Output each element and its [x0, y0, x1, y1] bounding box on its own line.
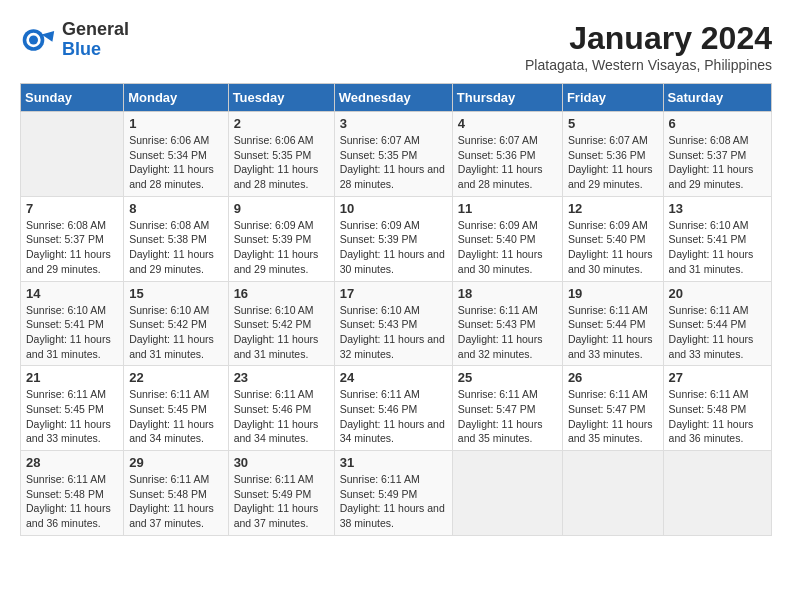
day-info: Sunrise: 6:11 AMSunset: 5:47 PMDaylight:… — [458, 387, 557, 446]
header-cell-tuesday: Tuesday — [228, 84, 334, 112]
day-info: Sunrise: 6:11 AMSunset: 5:44 PMDaylight:… — [568, 303, 658, 362]
day-number: 31 — [340, 455, 447, 470]
day-info: Sunrise: 6:11 AMSunset: 5:48 PMDaylight:… — [26, 472, 118, 531]
day-number: 12 — [568, 201, 658, 216]
day-info: Sunrise: 6:08 AMSunset: 5:38 PMDaylight:… — [129, 218, 222, 277]
day-cell: 18Sunrise: 6:11 AMSunset: 5:43 PMDayligh… — [452, 281, 562, 366]
day-cell: 11Sunrise: 6:09 AMSunset: 5:40 PMDayligh… — [452, 196, 562, 281]
week-row-5: 28Sunrise: 6:11 AMSunset: 5:48 PMDayligh… — [21, 451, 772, 536]
day-cell: 5Sunrise: 6:07 AMSunset: 5:36 PMDaylight… — [562, 112, 663, 197]
logo-blue: Blue — [62, 40, 129, 60]
calendar-table: SundayMondayTuesdayWednesdayThursdayFrid… — [20, 83, 772, 536]
day-info: Sunrise: 6:11 AMSunset: 5:47 PMDaylight:… — [568, 387, 658, 446]
day-info: Sunrise: 6:07 AMSunset: 5:36 PMDaylight:… — [458, 133, 557, 192]
day-cell — [663, 451, 771, 536]
day-cell: 20Sunrise: 6:11 AMSunset: 5:44 PMDayligh… — [663, 281, 771, 366]
day-cell: 2Sunrise: 6:06 AMSunset: 5:35 PMDaylight… — [228, 112, 334, 197]
title-block: January 2024 Platagata, Western Visayas,… — [525, 20, 772, 73]
day-cell: 22Sunrise: 6:11 AMSunset: 5:45 PMDayligh… — [124, 366, 228, 451]
day-number: 24 — [340, 370, 447, 385]
day-number: 6 — [669, 116, 766, 131]
day-info: Sunrise: 6:06 AMSunset: 5:34 PMDaylight:… — [129, 133, 222, 192]
day-number: 2 — [234, 116, 329, 131]
day-info: Sunrise: 6:11 AMSunset: 5:46 PMDaylight:… — [340, 387, 447, 446]
week-row-4: 21Sunrise: 6:11 AMSunset: 5:45 PMDayligh… — [21, 366, 772, 451]
day-info: Sunrise: 6:10 AMSunset: 5:42 PMDaylight:… — [129, 303, 222, 362]
day-number: 13 — [669, 201, 766, 216]
day-number: 20 — [669, 286, 766, 301]
day-number: 29 — [129, 455, 222, 470]
day-info: Sunrise: 6:10 AMSunset: 5:42 PMDaylight:… — [234, 303, 329, 362]
day-number: 25 — [458, 370, 557, 385]
calendar-body: 1Sunrise: 6:06 AMSunset: 5:34 PMDaylight… — [21, 112, 772, 536]
day-info: Sunrise: 6:07 AMSunset: 5:36 PMDaylight:… — [568, 133, 658, 192]
page-subtitle: Platagata, Western Visayas, Philippines — [525, 57, 772, 73]
header-row: SundayMondayTuesdayWednesdayThursdayFrid… — [21, 84, 772, 112]
day-info: Sunrise: 6:09 AMSunset: 5:40 PMDaylight:… — [458, 218, 557, 277]
day-number: 28 — [26, 455, 118, 470]
page-header: General Blue January 2024 Platagata, Wes… — [20, 20, 772, 73]
logo-icon — [20, 22, 56, 58]
day-info: Sunrise: 6:09 AMSunset: 5:39 PMDaylight:… — [340, 218, 447, 277]
week-row-3: 14Sunrise: 6:10 AMSunset: 5:41 PMDayligh… — [21, 281, 772, 366]
day-cell: 10Sunrise: 6:09 AMSunset: 5:39 PMDayligh… — [334, 196, 452, 281]
logo: General Blue — [20, 20, 129, 60]
week-row-1: 1Sunrise: 6:06 AMSunset: 5:34 PMDaylight… — [21, 112, 772, 197]
day-cell: 27Sunrise: 6:11 AMSunset: 5:48 PMDayligh… — [663, 366, 771, 451]
day-cell: 23Sunrise: 6:11 AMSunset: 5:46 PMDayligh… — [228, 366, 334, 451]
header-cell-saturday: Saturday — [663, 84, 771, 112]
day-cell: 29Sunrise: 6:11 AMSunset: 5:48 PMDayligh… — [124, 451, 228, 536]
header-cell-sunday: Sunday — [21, 84, 124, 112]
day-number: 11 — [458, 201, 557, 216]
calendar-header: SundayMondayTuesdayWednesdayThursdayFrid… — [21, 84, 772, 112]
header-cell-thursday: Thursday — [452, 84, 562, 112]
day-number: 30 — [234, 455, 329, 470]
day-number: 16 — [234, 286, 329, 301]
day-cell: 26Sunrise: 6:11 AMSunset: 5:47 PMDayligh… — [562, 366, 663, 451]
svg-point-2 — [29, 35, 38, 44]
day-number: 9 — [234, 201, 329, 216]
day-number: 3 — [340, 116, 447, 131]
day-cell: 28Sunrise: 6:11 AMSunset: 5:48 PMDayligh… — [21, 451, 124, 536]
day-number: 8 — [129, 201, 222, 216]
day-number: 19 — [568, 286, 658, 301]
day-cell: 13Sunrise: 6:10 AMSunset: 5:41 PMDayligh… — [663, 196, 771, 281]
header-cell-friday: Friday — [562, 84, 663, 112]
day-info: Sunrise: 6:11 AMSunset: 5:45 PMDaylight:… — [26, 387, 118, 446]
day-info: Sunrise: 6:11 AMSunset: 5:48 PMDaylight:… — [129, 472, 222, 531]
header-cell-wednesday: Wednesday — [334, 84, 452, 112]
day-info: Sunrise: 6:10 AMSunset: 5:41 PMDaylight:… — [669, 218, 766, 277]
day-info: Sunrise: 6:08 AMSunset: 5:37 PMDaylight:… — [669, 133, 766, 192]
day-info: Sunrise: 6:11 AMSunset: 5:44 PMDaylight:… — [669, 303, 766, 362]
day-info: Sunrise: 6:08 AMSunset: 5:37 PMDaylight:… — [26, 218, 118, 277]
day-cell: 14Sunrise: 6:10 AMSunset: 5:41 PMDayligh… — [21, 281, 124, 366]
day-info: Sunrise: 6:11 AMSunset: 5:48 PMDaylight:… — [669, 387, 766, 446]
day-cell: 24Sunrise: 6:11 AMSunset: 5:46 PMDayligh… — [334, 366, 452, 451]
day-number: 10 — [340, 201, 447, 216]
day-cell — [452, 451, 562, 536]
day-cell: 4Sunrise: 6:07 AMSunset: 5:36 PMDaylight… — [452, 112, 562, 197]
day-info: Sunrise: 6:10 AMSunset: 5:43 PMDaylight:… — [340, 303, 447, 362]
day-info: Sunrise: 6:06 AMSunset: 5:35 PMDaylight:… — [234, 133, 329, 192]
day-number: 26 — [568, 370, 658, 385]
day-number: 4 — [458, 116, 557, 131]
day-cell: 9Sunrise: 6:09 AMSunset: 5:39 PMDaylight… — [228, 196, 334, 281]
day-cell: 6Sunrise: 6:08 AMSunset: 5:37 PMDaylight… — [663, 112, 771, 197]
day-info: Sunrise: 6:07 AMSunset: 5:35 PMDaylight:… — [340, 133, 447, 192]
day-number: 15 — [129, 286, 222, 301]
day-cell: 25Sunrise: 6:11 AMSunset: 5:47 PMDayligh… — [452, 366, 562, 451]
day-info: Sunrise: 6:11 AMSunset: 5:45 PMDaylight:… — [129, 387, 222, 446]
day-cell — [562, 451, 663, 536]
day-cell: 1Sunrise: 6:06 AMSunset: 5:34 PMDaylight… — [124, 112, 228, 197]
day-cell: 12Sunrise: 6:09 AMSunset: 5:40 PMDayligh… — [562, 196, 663, 281]
day-cell: 15Sunrise: 6:10 AMSunset: 5:42 PMDayligh… — [124, 281, 228, 366]
day-info: Sunrise: 6:11 AMSunset: 5:43 PMDaylight:… — [458, 303, 557, 362]
day-number: 23 — [234, 370, 329, 385]
day-cell: 19Sunrise: 6:11 AMSunset: 5:44 PMDayligh… — [562, 281, 663, 366]
day-number: 27 — [669, 370, 766, 385]
day-cell: 30Sunrise: 6:11 AMSunset: 5:49 PMDayligh… — [228, 451, 334, 536]
day-cell: 17Sunrise: 6:10 AMSunset: 5:43 PMDayligh… — [334, 281, 452, 366]
day-number: 17 — [340, 286, 447, 301]
day-cell: 31Sunrise: 6:11 AMSunset: 5:49 PMDayligh… — [334, 451, 452, 536]
day-number: 7 — [26, 201, 118, 216]
